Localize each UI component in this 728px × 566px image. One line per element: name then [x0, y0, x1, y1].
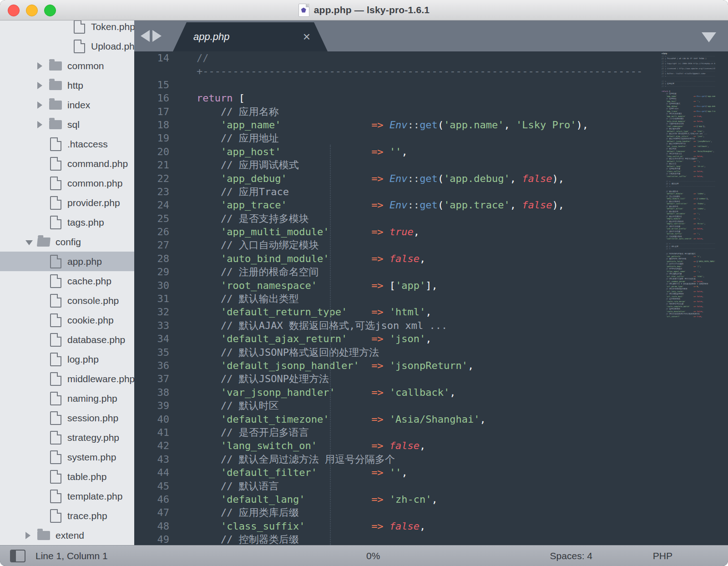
- tab-close-icon[interactable]: ×: [303, 30, 310, 43]
- line-content[interactable]: // 默认JSONP处理方法: [197, 372, 329, 385]
- code-line-39[interactable]: 39 // 默认时区: [134, 399, 660, 412]
- disclosure-triangle-icon[interactable]: [37, 62, 49, 70]
- zoom-window-button[interactable]: [44, 5, 56, 16]
- line-content[interactable]: 'root_namespace' => ['app'],: [197, 279, 438, 292]
- disclosure-triangle-icon[interactable]: [25, 239, 37, 245]
- close-window-button[interactable]: [8, 5, 20, 16]
- tab-overflow-dropdown-icon[interactable]: [702, 32, 716, 42]
- code-line-38[interactable]: 38 'var_jsonp_handler' => 'callback',: [134, 386, 660, 399]
- code-line-22[interactable]: 22 'app_debug' => Env::get('app.debug', …: [134, 172, 660, 185]
- sidebar-item-template.php[interactable]: template.php: [0, 486, 134, 506]
- code-line-49[interactable]: 49 // 控制器类后缀: [134, 533, 660, 545]
- code-line-43[interactable]: 43 // 默认全局过滤方法 用逗号分隔多个: [134, 453, 660, 466]
- line-content[interactable]: //: [197, 51, 209, 65]
- line-content[interactable]: 'app_trace' => Env::get('app.trace', fal…: [197, 198, 564, 212]
- code-line-15[interactable]: 15: [134, 78, 660, 91]
- code-line-17[interactable]: 17 // 应用名称: [134, 105, 660, 118]
- disclosure-triangle-icon[interactable]: [37, 121, 49, 128]
- line-content[interactable]: // 默认全局过滤方法 用逗号分隔多个: [197, 453, 395, 466]
- code-line-18[interactable]: 18 'app_name' => Env::get('app.name', 'L…: [134, 118, 660, 131]
- titlebar[interactable]: app.php — lsky-pro-1.6.1: [0, 0, 728, 20]
- code-line-30[interactable]: 30 'root_namespace' => ['app'],: [134, 279, 660, 292]
- line-content[interactable]: 'app_name' => Env::get('app.name', 'Lsky…: [197, 118, 588, 131]
- line-content[interactable]: 'default_timezone' => 'Asia/Shanghai',: [197, 413, 486, 426]
- sidebar-item-cache.php[interactable]: cache.php: [0, 271, 134, 291]
- code-line-26[interactable]: 26 'app_multi_module' => true,: [134, 225, 660, 238]
- code-line-36[interactable]: 36 'default_jsonp_handler' => 'jsonpRetu…: [134, 359, 660, 372]
- line-content[interactable]: 'auto_bind_module' => false,: [197, 252, 425, 265]
- code-line-45[interactable]: 45 // 默认语言: [134, 480, 660, 493]
- code-line-21[interactable]: 21 // 应用调试模式: [134, 158, 660, 172]
- sidebar-item-upload.php[interactable]: Upload.php: [0, 36, 134, 56]
- sidebar-item-sql[interactable]: sql: [0, 115, 134, 134]
- line-content[interactable]: // 是否支持多模块: [197, 212, 309, 225]
- sidebar-item-tags.php[interactable]: tags.php: [0, 212, 134, 232]
- sidebar-item-console.php[interactable]: console.php: [0, 291, 134, 310]
- disclosure-triangle-icon[interactable]: [25, 532, 37, 539]
- code-line-33[interactable]: 33 // 默认AJAX 数据返回格式,可选json xml ...: [134, 319, 660, 332]
- sidebar-item-extend[interactable]: extend: [0, 526, 134, 545]
- sidebar-item-middleware.php[interactable]: middleware.php: [0, 369, 134, 389]
- sidebar-item-provider.php[interactable]: provider.php: [0, 193, 134, 212]
- line-content[interactable]: 'lang_switch_on' => false,: [197, 439, 425, 452]
- code-line-14[interactable]: 14 //: [134, 51, 660, 65]
- code-line-37[interactable]: 37 // 默认JSONP处理方法: [134, 372, 660, 385]
- code-line-16[interactable]: 16 return [: [134, 91, 660, 105]
- code-line-42[interactable]: 42 'lang_switch_on' => false,: [134, 439, 660, 452]
- sidebar-item-database.php[interactable]: database.php: [0, 330, 134, 349]
- line-content[interactable]: 'app_host' => '',: [197, 145, 408, 158]
- sidebar-item-system.php[interactable]: system.php: [0, 447, 134, 467]
- prev-tab-icon[interactable]: [141, 30, 150, 42]
- sidebar-item-token.php[interactable]: Token.php: [0, 20, 134, 36]
- code-line-32[interactable]: 32 'default_return_type' => 'html',: [134, 305, 660, 318]
- next-tab-icon[interactable]: [152, 30, 162, 42]
- code-line-25[interactable]: 25 // 是否支持多模块: [134, 212, 660, 225]
- code-line-20[interactable]: 20 'app_host' => '',: [134, 145, 660, 158]
- sidebar-item-command.php[interactable]: command.php: [0, 154, 134, 173]
- code-line-44[interactable]: 44 'default_filter' => '',: [134, 466, 660, 479]
- code-area[interactable]: 14 // +---------------------------------…: [134, 51, 728, 545]
- line-content[interactable]: 'app_debug' => Env::get('app.debug', fal…: [197, 172, 564, 185]
- sidebar-item-config[interactable]: config: [0, 232, 134, 252]
- code-line-48[interactable]: 48 'class_suffix' => false,: [134, 520, 660, 533]
- code-line-31[interactable]: 31 // 默认输出类型: [134, 292, 660, 305]
- code-line-28[interactable]: 28 'auto_bind_module' => false,: [134, 252, 660, 265]
- sidebar-toggle-icon[interactable]: [10, 550, 25, 562]
- sidebar-item-common.php[interactable]: common.php: [0, 173, 134, 193]
- sidebar-item-session.php[interactable]: session.php: [0, 408, 134, 428]
- line-content[interactable]: // 控制器类后缀: [197, 533, 299, 545]
- line-content[interactable]: // 入口自动绑定模块: [197, 238, 319, 252]
- sidebar-item-naming.php[interactable]: naming.php: [0, 389, 134, 408]
- sidebar-item-.htaccess[interactable]: .htaccess: [0, 134, 134, 154]
- line-content[interactable]: return [: [197, 91, 245, 105]
- line-content[interactable]: 'default_filter' => '',: [197, 466, 408, 479]
- code-line-40[interactable]: 40 'default_timezone' => 'Asia/Shanghai'…: [134, 413, 660, 426]
- minimize-window-button[interactable]: [26, 5, 38, 16]
- code-line-29[interactable]: 29 // 注册的根命名空间: [134, 265, 660, 278]
- line-content[interactable]: // 默认时区: [197, 399, 279, 412]
- code-line-24[interactable]: 24 'app_trace' => Env::get('app.trace', …: [134, 198, 660, 212]
- line-content[interactable]: 'default_return_type' => 'html',: [197, 305, 432, 318]
- line-content[interactable]: // 注册的根命名空间: [197, 265, 319, 278]
- code-line-41[interactable]: 41 // 是否开启多语言: [134, 426, 660, 439]
- line-content[interactable]: // 是否开启多语言: [197, 426, 309, 439]
- code-line-wrap[interactable]: +---------------------------------------…: [134, 65, 660, 78]
- code-lines[interactable]: 14 // +---------------------------------…: [134, 51, 660, 545]
- line-content[interactable]: // 应用调试模式: [197, 158, 299, 172]
- sidebar-item-trace.php[interactable]: trace.php: [0, 506, 134, 526]
- sidebar-item-common[interactable]: common: [0, 56, 134, 76]
- line-content[interactable]: // 应用类库后缀: [197, 506, 299, 519]
- line-content[interactable]: 'default_lang' => 'zh-cn',: [197, 493, 438, 506]
- disclosure-triangle-icon[interactable]: [37, 82, 49, 89]
- line-content[interactable]: 'default_jsonp_handler' => 'jsonpReturn'…: [197, 359, 474, 372]
- sidebar-item-strategy.php[interactable]: strategy.php: [0, 428, 134, 447]
- tab-app-php[interactable]: app.php ×: [173, 22, 328, 51]
- syntax-language[interactable]: PHP: [653, 551, 672, 561]
- line-content[interactable]: // 默认AJAX 数据返回格式,可选json xml ...: [197, 319, 447, 332]
- line-content[interactable]: // 默认语言: [197, 480, 279, 493]
- sidebar-item-app.php[interactable]: app.php: [0, 252, 134, 271]
- sidebar-item-http[interactable]: http: [0, 76, 134, 95]
- line-content[interactable]: // 应用Trace: [197, 185, 289, 198]
- line-content[interactable]: // 默认输出类型: [197, 292, 299, 305]
- minimap[interactable]: <?php// +-------------------------------…: [662, 52, 715, 545]
